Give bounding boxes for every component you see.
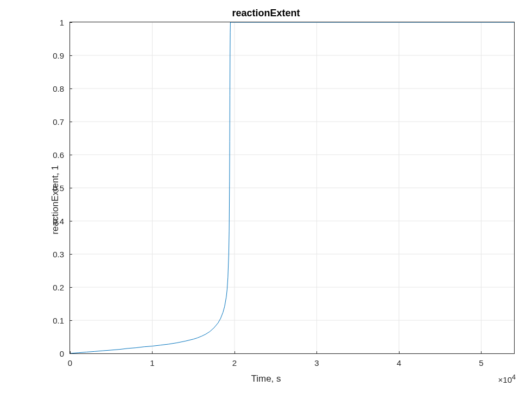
y-tick-label: 0.8 — [42, 84, 64, 93]
y-tick-label: 0.4 — [42, 217, 64, 226]
x-tick-mark — [399, 351, 400, 354]
x-axis-label: Time, s — [0, 373, 532, 384]
y-tick-label: 0.3 — [42, 250, 64, 259]
y-tick-mark — [69, 88, 72, 89]
x-tick-label: 1 — [150, 358, 154, 368]
y-tick-label: 0.6 — [42, 150, 64, 160]
x-tick-label: 2 — [232, 358, 237, 368]
y-tick-label: 0.5 — [42, 183, 64, 193]
x-tick-label: 0 — [68, 358, 72, 368]
x-axis-exponent: ×104 — [498, 373, 516, 384]
x-tick-mark — [152, 351, 153, 354]
x-tick-label: 5 — [479, 358, 483, 368]
y-tick-mark — [69, 353, 72, 354]
y-tick-mark — [69, 155, 72, 155]
y-tick-mark — [69, 320, 72, 321]
y-tick-mark — [69, 55, 72, 56]
x-tick-label: 3 — [314, 358, 319, 368]
axes — [69, 22, 515, 354]
y-tick-mark — [69, 221, 72, 221]
y-tick-label: 0.1 — [42, 316, 64, 325]
x-tick-mark — [481, 351, 482, 354]
y-tick-label: 1 — [42, 18, 64, 27]
y-tick-label: 0 — [42, 349, 64, 358]
x-tick-label: 4 — [397, 358, 401, 368]
y-tick-mark — [69, 122, 72, 122]
x-tick-mark — [235, 351, 235, 354]
y-tick-label: 0.2 — [42, 283, 64, 292]
chart-title: reactionExtent — [0, 8, 532, 19]
figure: reactionExtent reactionExtent, 1 0123450… — [0, 0, 532, 399]
x-tick-mark — [316, 351, 317, 354]
y-tick-label: 0.7 — [42, 117, 64, 126]
y-tick-mark — [69, 287, 72, 288]
y-tick-mark — [69, 254, 72, 255]
y-tick-mark — [69, 22, 72, 23]
plot-area — [70, 22, 514, 353]
y-tick-label: 0.9 — [42, 51, 64, 60]
y-tick-mark — [69, 188, 72, 188]
